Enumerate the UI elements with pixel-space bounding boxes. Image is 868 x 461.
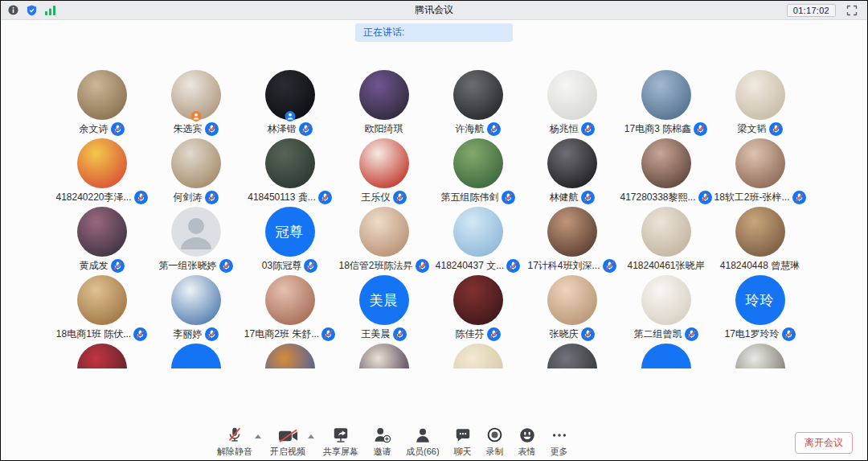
participant-tile[interactable]: [149, 344, 243, 368]
avatar: [641, 275, 691, 325]
unmute-button[interactable]: 解除静音: [210, 426, 260, 458]
participant-tile[interactable]: 王乐仪: [337, 138, 431, 207]
security-shield-icon[interactable]: [27, 5, 37, 16]
avatar: [265, 70, 315, 120]
more-button[interactable]: 更多: [543, 426, 575, 458]
participant-name: 王美晨: [362, 327, 391, 341]
participant-name: 第一组张晓婷: [159, 259, 217, 273]
avatar: [453, 275, 503, 325]
emoji-icon: [519, 426, 535, 443]
bottom-toolbar: 解除静音开启视频共享屏幕邀请成员(66)聊天录制表情更多: [210, 426, 575, 458]
participant-tile[interactable]: [431, 344, 525, 368]
mic-muted-icon: [603, 259, 616, 273]
participant-tile[interactable]: 林健航: [525, 138, 619, 207]
emoji-button[interactable]: 表情: [511, 426, 543, 458]
participant-tile[interactable]: [55, 344, 149, 368]
chat-icon: [455, 426, 471, 443]
participant-tile[interactable]: 417280338黎熙...: [619, 138, 713, 207]
meeting-timer: 01:17:02: [787, 4, 836, 17]
participant-tile[interactable]: 张晓庆: [525, 275, 619, 344]
participant-tile[interactable]: 陈佳芬: [431, 275, 525, 344]
participant-tile[interactable]: 余文诗: [55, 70, 149, 138]
participant-tile[interactable]: 18电商1班 陈伏...: [55, 275, 149, 344]
avatar: [735, 70, 785, 120]
participant-tile[interactable]: 17计科4班刘深...: [525, 207, 619, 275]
fullscreen-icon[interactable]: [846, 5, 858, 16]
participant-tile[interactable]: 冠尊03陈冠尊: [243, 207, 337, 275]
participant-tile[interactable]: 玲玲17电1罗玲玲: [713, 275, 807, 344]
mic-muted-icon: [304, 259, 317, 273]
host-badge-icon: [190, 111, 201, 121]
avatar: [453, 138, 503, 188]
camera-muted-icon: [278, 426, 298, 443]
participant-tile[interactable]: 17电商3 陈棉鑫: [619, 70, 713, 138]
mic-muted-icon: [299, 122, 313, 136]
chat-button[interactable]: 聊天: [447, 426, 479, 458]
participant-name: 03陈冠尊: [262, 259, 301, 273]
mic-muted-icon: [393, 191, 407, 204]
participant-tile[interactable]: 17电商2班 朱舒...: [243, 275, 337, 344]
participant-name: 王乐仪: [362, 191, 391, 204]
participant-tile[interactable]: 第二组曾凯: [619, 275, 713, 344]
participant-tile[interactable]: 18信管2班陈法昇: [337, 207, 431, 275]
meeting-window: 腾讯会议 01:17:02 正在讲话: 余文诗朱选宾林泽锴欧阳绮琪许海航杨兆恒1…: [0, 0, 868, 461]
participant-tile[interactable]: 李丽婷: [149, 275, 243, 344]
participant-tile[interactable]: 朱选宾: [149, 70, 243, 138]
avatar: [547, 138, 597, 188]
participant-tile[interactable]: 第五组陈伟剑: [431, 138, 525, 207]
participant-tile[interactable]: 何剑涛: [149, 138, 243, 207]
participant-tile[interactable]: 许海航: [431, 70, 525, 138]
invite-button[interactable]: 邀请: [366, 426, 399, 458]
participant-tile[interactable]: 梁文韬: [713, 70, 807, 138]
share-screen-button[interactable]: 共享屏幕: [316, 426, 366, 458]
participant-tile[interactable]: 418240220李泽...: [55, 138, 149, 207]
avatar: [547, 275, 597, 325]
participant-name: 418240437 文...: [436, 259, 504, 273]
record-button[interactable]: 录制: [479, 426, 511, 458]
participant-tile[interactable]: [525, 344, 619, 368]
start-video-button[interactable]: 开启视频: [263, 426, 313, 458]
avatar: [171, 207, 221, 257]
avatar: [547, 70, 597, 120]
dropdown-arrow-icon[interactable]: [255, 434, 261, 438]
participant-tile[interactable]: 418450113 龚...: [243, 138, 337, 207]
mic-muted-icon: [111, 122, 125, 136]
mic-muted-icon: [792, 191, 806, 204]
mic-muted-icon: [506, 259, 520, 273]
participant-tile[interactable]: [713, 344, 807, 368]
avatar: [359, 207, 409, 257]
participant-tile[interactable]: [337, 344, 431, 368]
mic-muted-icon: [321, 327, 335, 341]
participant-tile[interactable]: 418240448 曾慧琳: [713, 207, 807, 275]
participant-name: 张晓庆: [550, 327, 579, 341]
participant-tile[interactable]: 林泽锴: [243, 70, 337, 138]
participant-tile[interactable]: 18软工2班-张梓...: [713, 138, 807, 207]
toolbar-item-label: 解除静音: [217, 446, 252, 458]
participant-tile[interactable]: 第一组张晓婷: [149, 207, 243, 275]
participant-tile[interactable]: 美晨王美晨: [337, 275, 431, 344]
network-signal-icon[interactable]: [45, 6, 56, 15]
participant-name: 18信管2班陈法昇: [338, 259, 412, 273]
participant-tile[interactable]: 418240437 文...: [431, 207, 525, 275]
members-button[interactable]: 成员(66): [399, 426, 447, 458]
dropdown-arrow-icon[interactable]: [308, 434, 314, 438]
participant-tile[interactable]: [619, 344, 713, 368]
participant-name: 418240448 曾慧琳: [720, 259, 800, 273]
toolbar-item-label: 共享屏幕: [323, 446, 358, 458]
titlebar: 腾讯会议 01:17:02: [1, 1, 867, 20]
mic-muted-icon: [416, 259, 429, 273]
mic-muted-icon: [219, 259, 233, 273]
participant-tile[interactable]: 杨兆恒: [525, 70, 619, 138]
info-icon[interactable]: [8, 5, 18, 15]
participant-name: 林泽锴: [268, 122, 297, 136]
participant-name: 18电商1班 陈伏...: [56, 327, 131, 341]
leave-meeting-button[interactable]: 离开会议: [795, 432, 853, 454]
mic-muted-icon: [133, 327, 147, 341]
avatar: [359, 70, 409, 120]
participant-tile[interactable]: 418240461张晓岸: [619, 207, 713, 275]
participant-tile[interactable]: 黄成发: [55, 207, 149, 275]
participant-tile[interactable]: 欧阳绮琪: [337, 70, 431, 138]
avatar: [735, 344, 785, 368]
avatar: 美晨: [359, 275, 409, 325]
participant-tile[interactable]: [243, 344, 337, 368]
